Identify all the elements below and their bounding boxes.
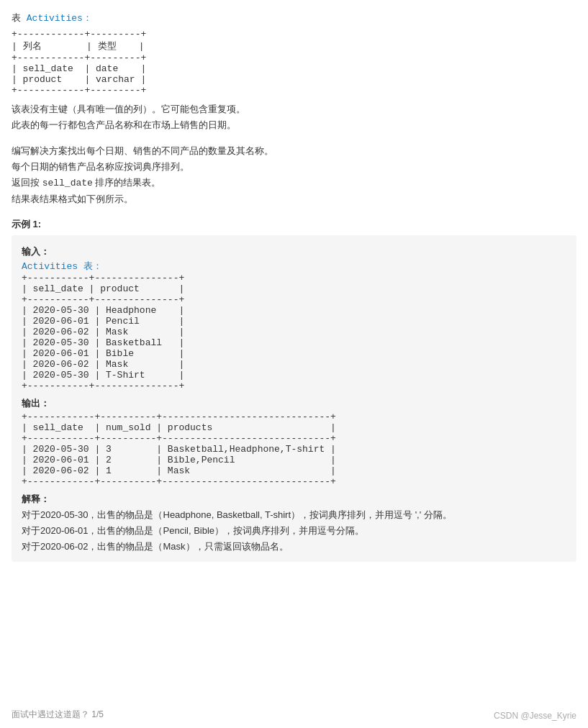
footer-right: CSDN @Jesse_Kyrie [494,711,576,721]
schema-table: +------------+---------+ | 列名 | 类型 | +--… [12,29,576,96]
schema-row-1: | sell_date | date | [12,63,576,74]
table-name: Activities： [27,13,92,24]
note-1: 该表没有主键（具有唯一值的列）。它可能包含重复项。 [12,101,576,117]
sell-date-inline: sell_date [42,178,93,188]
explanation-3: 对于2020-06-02，出售的物品是（Mask），只需返回该物品名。 [22,539,566,555]
schema-divider: +------------+---------+ [12,53,576,63]
explanation-1: 对于2020-05-30，出售的物品是（Headphone, Basketbal… [22,507,566,523]
input-label: 输入： [22,245,566,258]
desc-2: 每个日期的销售产品名称应按词典序排列。 [12,159,576,175]
schema-border-top: +------------+---------+ [12,29,576,40]
output-table: +------------+----------+---------------… [22,411,566,487]
note-2: 此表的每一行都包含产品名称和在市场上销售的日期。 [12,117,576,133]
schema-row-2: | product | varchar | [12,74,576,85]
footer-left: 面试中遇过这道题？ 1/5 [12,709,104,721]
desc-3: 返回按 sell_date 排序的结果表。 [12,175,576,191]
desc-1: 编写解决方案找出每个日期、销售的不同产品的数量及其名称。 [12,143,576,159]
schema-border-bottom: +------------+---------+ [12,85,576,96]
explanation-2: 对于2020-06-01，出售的物品是（Pencil, Bible），按词典序排… [22,523,566,539]
schema-header: | 列名 | 类型 | [12,40,576,53]
table-label: 表 [12,12,21,23]
output-label: 输出： [22,397,566,410]
desc-4: 结果表结果格式如下例所示。 [12,191,576,207]
input-table: +-----------+---------------+ | sell_dat… [22,273,566,391]
input-table-name: Activities 表： [22,260,566,273]
example1-box: 输入： Activities 表： +-----------+---------… [12,235,576,562]
example1-label: 示例 1: [12,218,576,231]
explanation-label: 解释： [22,493,566,506]
